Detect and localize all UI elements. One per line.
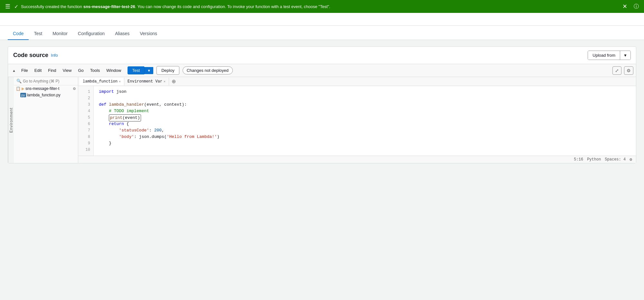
expand-editor-button[interactable]: ⤢ (612, 66, 621, 75)
notification-bar: ☰ ✓ Successfully created the function sn… (0, 0, 644, 13)
file-panel: 🔍 📋 ▶ sns-message-filter-t ⚙ py lambda_f… (14, 77, 78, 163)
menu-go[interactable]: Go (76, 67, 86, 74)
menu-tools[interactable]: Tools (88, 67, 102, 74)
file-search-bar: 🔍 (14, 77, 78, 85)
code-line-10 (99, 147, 631, 153)
menu-file[interactable]: File (19, 67, 31, 74)
file-name: lambda_function.py (27, 93, 61, 97)
hamburger-menu[interactable]: ☰ (5, 3, 10, 10)
file-tab-lambda-close[interactable]: ✕ (119, 80, 121, 83)
editor-toolbar: ▲ File Edit Find View Go Tools Window Te… (8, 64, 636, 77)
code-line-7: 'statusCode': 200, (99, 127, 631, 134)
tab-versions[interactable]: Versions (135, 28, 162, 40)
code-source-header: Code source Info Upload from ▼ (8, 47, 636, 64)
spaces-indicator: Spaces: 4 (605, 157, 626, 162)
tab-configuration[interactable]: Configuration (73, 28, 110, 40)
add-tab-button[interactable]: ⊕ (169, 77, 178, 86)
folder-copy-icon: 📋 (16, 86, 21, 91)
language-indicator: Python (587, 157, 601, 162)
upload-from-button[interactable]: Upload from ▼ (588, 51, 631, 60)
status-settings-icon[interactable]: ⚙ (630, 157, 632, 162)
notification-close-button[interactable]: ✕ (622, 3, 627, 10)
code-line-5: print(event) (99, 114, 631, 121)
code-line-8: 'body': json.dumps('Hello from Lambda!') (99, 134, 631, 140)
environment-sidebar[interactable]: Environment (8, 77, 14, 163)
tab-test[interactable]: Test (29, 28, 47, 40)
tab-code[interactable]: Code (8, 28, 29, 40)
folder-name: sns-message-filter-t (25, 86, 59, 91)
upload-from-label: Upload from (588, 51, 620, 60)
tab-aliases[interactable]: Aliases (110, 28, 135, 40)
second-bar (0, 13, 644, 26)
line-numbers: 1 2 3 4 5 6 7 8 9 10 (78, 86, 94, 156)
tab-monitor[interactable]: Monitor (47, 28, 73, 40)
code-line-3: def lambda_handler(event, context): (99, 102, 631, 108)
file-tree-folder-row[interactable]: 📋 ▶ sns-message-filter-t ⚙ (14, 85, 78, 92)
success-icon: ✓ (14, 4, 18, 10)
file-tab-env[interactable]: Environment Var ✕ (124, 78, 169, 85)
file-tree-file-row[interactable]: py lambda_function.py (14, 92, 78, 98)
code-editor[interactable]: lambda_function ✕ Environment Var ✕ ⊕ 1 … (78, 77, 636, 163)
test-dropdown-arrow[interactable]: ▼ (144, 67, 153, 74)
search-input[interactable] (23, 79, 75, 83)
file-tabs: lambda_function ✕ Environment Var ✕ ⊕ (78, 77, 636, 86)
menu-view[interactable]: View (60, 67, 74, 74)
deploy-button[interactable]: Deploy (156, 66, 179, 75)
code-line-2 (99, 95, 631, 102)
info-link[interactable]: Info (51, 53, 58, 58)
file-tab-lambda[interactable]: lambda_function ✕ (80, 78, 124, 85)
file-tab-lambda-label: lambda_function (83, 79, 118, 84)
code-editor-inner: 1 2 3 4 5 6 7 8 9 10 import json (78, 86, 636, 156)
menu-find[interactable]: Find (45, 67, 59, 74)
toolbar-right: ⤢ ⚙ (612, 66, 633, 75)
test-button-group: Test ▼ (128, 66, 153, 74)
title-area: Code source Info (13, 52, 58, 59)
cursor-position: 5:16 (574, 157, 583, 162)
notification-text: Successfully created the function sns-me… (21, 4, 617, 9)
folder-gear-icon[interactable]: ⚙ (73, 87, 76, 91)
help-icon[interactable]: ⓘ (634, 3, 639, 10)
main-content: Code source Info Upload from ▼ ▲ File Ed… (0, 40, 644, 300)
search-icon: 🔍 (16, 79, 22, 83)
upload-from-arrow-icon: ▼ (620, 51, 630, 60)
menu-edit[interactable]: Edit (32, 67, 44, 74)
code-lines: import json def lambda_handler(event, co… (94, 86, 636, 156)
file-tab-env-label: Environment Var (128, 79, 162, 84)
collapse-icon[interactable]: ▲ (11, 68, 17, 73)
tabs-row: Code Test Monitor Configuration Aliases … (0, 26, 644, 40)
folder-icon: ▶ (22, 86, 24, 91)
python-file-icon: py (20, 93, 26, 97)
editor-settings-button[interactable]: ⚙ (624, 66, 633, 75)
status-bar: 5:16 Python Spaces: 4 ⚙ (78, 156, 636, 163)
editor-with-sidebar: Environment 🔍 📋 ▶ sns-message-filter-t ⚙… (8, 77, 636, 163)
code-line-4: # TODO implement (99, 108, 631, 114)
code-source-panel: Code source Info Upload from ▼ ▲ File Ed… (8, 46, 636, 163)
code-line-1: import json (99, 89, 631, 95)
file-tab-env-close[interactable]: ✕ (164, 80, 166, 83)
changes-not-deployed-badge: Changes not deployed (183, 66, 233, 74)
code-source-title: Code source (13, 52, 48, 59)
menu-window[interactable]: Window (104, 67, 124, 74)
code-line-6: return { (99, 121, 631, 127)
test-button[interactable]: Test (128, 66, 144, 74)
code-line-9: } (99, 140, 631, 147)
